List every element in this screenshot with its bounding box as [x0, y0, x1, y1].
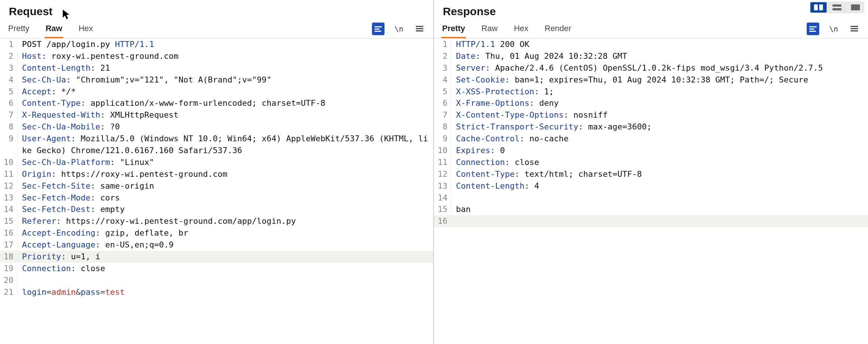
code-line[interactable]: 15Referer: https://roxy-wi.pentest-groun… — [0, 215, 433, 227]
tab-raw[interactable]: Raw — [481, 21, 498, 38]
line-content[interactable]: Expires: 0 — [451, 145, 868, 156]
line-content[interactable]: ban — [451, 203, 868, 215]
layout-columns-button[interactable] — [810, 2, 827, 13]
line-content[interactable]: Set-Cookie: ban=1; expires=Thu, 01 Aug 2… — [451, 74, 868, 86]
code-line[interactable]: 9Cache-Control: no-cache — [434, 133, 868, 145]
line-content[interactable]: Host: roxy-wi.pentest-ground.com — [17, 50, 433, 62]
line-content[interactable]: Origin: https://roxy-wi.pentest-ground.c… — [17, 168, 433, 180]
line-content[interactable]: Content-Type: text/html; charset=UTF-8 — [451, 168, 868, 180]
line-content[interactable]: login=admin&pass=test — [17, 286, 433, 298]
line-content[interactable]: Accept-Language: en-US,en;q=0.9 — [17, 239, 433, 251]
code-line[interactable]: 9User-Agent: Mozilla/5.0 (Windows NT 10.… — [0, 133, 433, 156]
layout-stacked-button[interactable] — [829, 2, 845, 13]
tab-pretty[interactable]: Pretty — [441, 21, 466, 38]
response-tabs-row: PrettyRawHexRender \n — [434, 21, 868, 38]
line-content[interactable]: Content-Type: application/x-www-form-url… — [17, 97, 433, 109]
code-line[interactable]: 1POST /app/login.py HTTP/1.1 — [0, 38, 433, 50]
line-content[interactable]: Server: Apache/2.4.6 (CentOS) OpenSSL/1.… — [451, 62, 868, 74]
tab-hex[interactable]: Hex — [513, 21, 529, 38]
tab-raw[interactable]: Raw — [45, 21, 63, 38]
beautify-icon[interactable] — [807, 23, 819, 35]
code-line[interactable]: 18Priority: u=1, i — [0, 251, 433, 263]
line-number: 19 — [0, 263, 17, 274]
line-content[interactable]: Accept: */* — [17, 86, 433, 98]
line-content[interactable]: Strict-Transport-Security: max-age=3600; — [451, 121, 868, 133]
code-line[interactable]: 10Sec-Ch-Ua-Platform: "Linux" — [0, 156, 433, 168]
response-editor[interactable]: 1HTTP/1.1 200 OK2Date: Thu, 01 Aug 2024 … — [434, 38, 868, 344]
line-content[interactable]: HTTP/1.1 200 OK — [451, 38, 868, 50]
code-line[interactable]: 8Sec-Ch-Ua-Mobile: ?0 — [0, 121, 433, 133]
line-content[interactable]: POST /app/login.py HTTP/1.1 — [17, 38, 433, 50]
line-content[interactable]: X-Requested-With: XMLHttpRequest — [17, 109, 433, 121]
line-content[interactable]: Referer: https://roxy-wi.pentest-ground.… — [17, 215, 433, 227]
line-content[interactable]: X-Content-Type-Options: nosniff — [451, 109, 868, 121]
code-line[interactable]: 10Expires: 0 — [434, 145, 868, 156]
line-content[interactable] — [451, 192, 868, 204]
code-line[interactable]: 1HTTP/1.1 200 OK — [434, 38, 868, 50]
menu-icon[interactable] — [413, 23, 426, 35]
code-line[interactable]: 15ban — [434, 203, 868, 215]
menu-icon[interactable] — [848, 23, 861, 35]
code-line[interactable]: 3Content-Length: 21 — [0, 62, 433, 74]
beautify-icon[interactable] — [372, 23, 385, 35]
line-content[interactable]: Cache-Control: no-cache — [451, 133, 868, 145]
line-content[interactable]: Priority: u=1, i — [17, 251, 433, 263]
line-content[interactable] — [17, 274, 433, 286]
code-line[interactable]: 21login=admin&pass=test — [0, 286, 433, 298]
code-line[interactable]: 8Strict-Transport-Security: max-age=3600… — [434, 121, 868, 133]
code-line[interactable]: 6Content-Type: application/x-www-form-ur… — [0, 97, 433, 109]
code-line[interactable]: 7X-Content-Type-Options: nosniff — [434, 109, 868, 121]
request-editor[interactable]: 1POST /app/login.py HTTP/1.12Host: roxy-… — [0, 38, 433, 344]
line-content[interactable]: Sec-Fetch-Site: same-origin — [17, 180, 433, 192]
code-line[interactable]: 4Set-Cookie: ban=1; expires=Thu, 01 Aug … — [434, 74, 868, 86]
line-content[interactable]: Content-Length: 21 — [17, 62, 433, 74]
line-content[interactable]: Connection: close — [17, 263, 433, 274]
line-content[interactable]: Date: Thu, 01 Aug 2024 10:32:28 GMT — [451, 50, 868, 62]
code-line[interactable]: 13Sec-Fetch-Mode: cors — [0, 192, 433, 204]
code-line[interactable]: 6X-Frame-Options: deny — [434, 97, 868, 109]
layout-single-button[interactable] — [847, 2, 864, 13]
line-content[interactable]: Sec-Ch-Ua: "Chromium";v="121", "Not A(Br… — [17, 74, 433, 86]
code-line[interactable]: 14Sec-Fetch-Dest: empty — [0, 203, 433, 215]
tab-render[interactable]: Render — [544, 21, 572, 38]
line-content[interactable]: Content-Length: 4 — [451, 180, 868, 192]
line-content[interactable] — [451, 215, 868, 227]
code-line[interactable]: 17Accept-Language: en-US,en;q=0.9 — [0, 239, 433, 251]
code-line[interactable]: 20 — [0, 274, 433, 286]
code-line[interactable]: 13Content-Length: 4 — [434, 180, 868, 192]
code-line[interactable]: 5X-XSS-Protection: 1; — [434, 86, 868, 98]
code-line[interactable]: 12Content-Type: text/html; charset=UTF-8 — [434, 168, 868, 180]
line-number: 15 — [0, 215, 17, 227]
svg-rect-12 — [809, 28, 814, 30]
code-line[interactable]: 2Host: roxy-wi.pentest-ground.com — [0, 50, 433, 62]
code-line[interactable]: 16Accept-Encoding: gzip, deflate, br — [0, 227, 433, 239]
line-content[interactable]: User-Agent: Mozilla/5.0 (Windows NT 10.0… — [17, 133, 433, 156]
svg-rect-1 — [375, 28, 380, 30]
line-content[interactable]: Connection: close — [451, 156, 868, 168]
line-content[interactable]: Sec-Fetch-Mode: cors — [17, 192, 433, 204]
tab-hex[interactable]: Hex — [78, 21, 94, 38]
line-content[interactable]: X-XSS-Protection: 1; — [451, 86, 868, 98]
code-line[interactable]: 11Origin: https://roxy-wi.pentest-ground… — [0, 168, 433, 180]
code-line[interactable]: 2Date: Thu, 01 Aug 2024 10:32:28 GMT — [434, 50, 868, 62]
line-number: 5 — [0, 86, 17, 98]
line-number: 21 — [0, 286, 17, 298]
code-line[interactable]: 5Accept: */* — [0, 86, 433, 98]
line-content[interactable]: Sec-Ch-Ua-Mobile: ?0 — [17, 121, 433, 133]
line-number: 10 — [434, 145, 451, 156]
line-content[interactable]: Sec-Fetch-Dest: empty — [17, 203, 433, 215]
tab-pretty[interactable]: Pretty — [7, 21, 30, 38]
line-content[interactable]: Sec-Ch-Ua-Platform: "Linux" — [17, 156, 433, 168]
code-line[interactable]: 12Sec-Fetch-Site: same-origin — [0, 180, 433, 192]
line-content[interactable]: X-Frame-Options: deny — [451, 97, 868, 109]
code-line[interactable]: 14 — [434, 192, 868, 204]
wrap-icon[interactable]: \n — [827, 23, 840, 35]
line-content[interactable]: Accept-Encoding: gzip, deflate, br — [17, 227, 433, 239]
code-line[interactable]: 3Server: Apache/2.4.6 (CentOS) OpenSSL/1… — [434, 62, 868, 74]
code-line[interactable]: 4Sec-Ch-Ua: "Chromium";v="121", "Not A(B… — [0, 74, 433, 86]
wrap-icon[interactable]: \n — [393, 23, 405, 35]
code-line[interactable]: 16 — [434, 215, 868, 227]
code-line[interactable]: 19Connection: close — [0, 263, 433, 274]
code-line[interactable]: 7X-Requested-With: XMLHttpRequest — [0, 109, 433, 121]
code-line[interactable]: 11Connection: close — [434, 156, 868, 168]
